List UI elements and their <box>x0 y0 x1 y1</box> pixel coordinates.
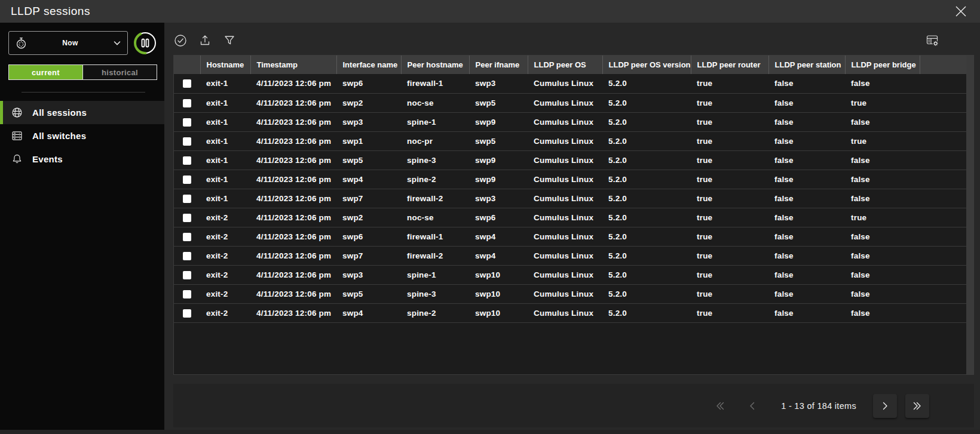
pause-refresh-button[interactable] <box>133 31 157 55</box>
cell-interface-name: swp3 <box>336 265 401 284</box>
column-header-lldp-peer-router[interactable]: LLDP peer router <box>691 56 768 74</box>
cell-lldp-peer-bridge: false <box>845 303 920 322</box>
cell-hostname: exit-2 <box>200 208 250 227</box>
column-header-hostname[interactable]: Hostname <box>200 56 250 74</box>
column-header-interface-name[interactable]: Interface name <box>336 56 401 74</box>
select-column-header <box>174 56 200 74</box>
toggle-option-current[interactable]: current <box>9 65 82 79</box>
row-checkbox[interactable] <box>183 309 191 318</box>
row-checkbox[interactable] <box>183 214 191 222</box>
cell-lldp-peer-os: Cumulus Linux <box>528 150 602 170</box>
sidebar-item-events[interactable]: Events <box>0 147 164 171</box>
next-page-button[interactable] <box>873 394 897 418</box>
cell-lldp-peer-os-version: 5.2.0 <box>602 189 691 208</box>
cell-peer-ifname: swp10 <box>469 265 528 284</box>
cell-lldp-peer-os-version: 5.2.0 <box>602 150 691 170</box>
column-header-lldp-peer-os[interactable]: LLDP peer OS <box>528 56 602 74</box>
row-checkbox[interactable] <box>183 290 191 298</box>
row-checkbox[interactable] <box>183 118 191 127</box>
cell-peer-hostname: spine-3 <box>401 150 469 170</box>
cell-peer-hostname: spine-3 <box>401 284 469 303</box>
window-titlebar: LLDP sessions <box>0 0 980 23</box>
table-row: exit-24/11/2023 12:06 pmswp2noc-seswp6Cu… <box>174 208 966 227</box>
row-checkbox[interactable] <box>183 252 191 260</box>
next-page-icon <box>878 399 892 413</box>
cell-interface-name: swp7 <box>336 246 401 265</box>
cell-lldp-peer-os-version: 5.2.0 <box>602 131 691 150</box>
sidebar-item-all-switches[interactable]: All switches <box>0 124 164 147</box>
cell-interface-name: swp2 <box>336 208 401 227</box>
cell-lldp-peer-os-version: 5.2.0 <box>602 227 691 246</box>
row-checkbox[interactable] <box>183 79 191 88</box>
close-button[interactable] <box>953 3 969 20</box>
cell-lldp-peer-os-version: 5.2.0 <box>602 93 691 112</box>
filler-cell <box>920 265 966 284</box>
table-row: exit-24/11/2023 12:06 pmswp6firewall-1sw… <box>174 227 966 246</box>
time-range-dropdown[interactable]: Now <box>8 31 128 55</box>
table-row: exit-14/11/2023 12:06 pmswp1noc-prswp5Cu… <box>174 131 966 150</box>
row-checkbox[interactable] <box>183 271 191 279</box>
cell-hostname: exit-1 <box>200 112 250 131</box>
cell-hostname: exit-1 <box>200 189 250 208</box>
cell-lldp-peer-bridge: false <box>845 189 920 208</box>
table-toolbar <box>173 23 974 55</box>
cell-lldp-peer-bridge: true <box>845 93 920 112</box>
cell-lldp-peer-router: true <box>691 303 768 322</box>
cell-lldp-peer-os: Cumulus Linux <box>528 189 602 208</box>
vertical-scrollbar[interactable] <box>966 56 973 374</box>
column-header-lldp-peer-os-version[interactable]: LLDP peer OS version <box>602 56 691 74</box>
filter-button[interactable] <box>222 33 237 48</box>
cell-peer-ifname: swp9 <box>469 112 528 131</box>
row-checkbox-cell <box>174 150 200 170</box>
row-checkbox-cell <box>174 265 200 284</box>
export-button[interactable] <box>198 33 212 48</box>
previous-page-button[interactable] <box>740 394 764 418</box>
filler-cell <box>920 246 966 265</box>
cell-hostname: exit-2 <box>200 265 250 284</box>
column-header-peer-ifname[interactable]: Peer ifname <box>469 56 528 74</box>
sidebar-controls: Now curr <box>0 23 164 93</box>
pagination-bar: 1 - 13 of 184 items <box>173 384 974 427</box>
cell-hostname: exit-1 <box>200 93 250 112</box>
cell-peer-ifname: swp5 <box>469 131 528 150</box>
cell-lldp-peer-os: Cumulus Linux <box>528 170 602 189</box>
column-header-timestamp[interactable]: Timestamp <box>250 56 336 74</box>
cell-lldp-peer-bridge: false <box>845 227 920 246</box>
row-checkbox[interactable] <box>183 233 191 241</box>
column-header-lldp-peer-station[interactable]: LLDP peer station <box>768 56 845 74</box>
table-settings-button[interactable] <box>925 33 939 48</box>
row-checkbox[interactable] <box>183 137 191 146</box>
sidebar: Now curr <box>0 23 164 430</box>
table-row: exit-24/11/2023 12:06 pmswp4spine-2swp10… <box>174 303 966 322</box>
select-all-button[interactable] <box>173 33 188 48</box>
cell-lldp-peer-station: false <box>768 93 845 112</box>
first-page-icon <box>713 399 727 413</box>
lldp-sessions-table: HostnameTimestampInterface namePeer host… <box>173 55 974 375</box>
cell-lldp-peer-os-version: 5.2.0 <box>602 246 691 265</box>
page-title: LLDP sessions <box>11 5 90 18</box>
cell-interface-name: swp6 <box>336 74 401 93</box>
row-checkbox[interactable] <box>183 195 191 203</box>
last-page-button[interactable] <box>905 394 929 418</box>
filler-cell <box>920 112 966 131</box>
pagination-range-label: 1 - 13 of 184 items <box>781 401 856 411</box>
toggle-option-historical[interactable]: historical <box>82 65 157 79</box>
cell-lldp-peer-os: Cumulus Linux <box>528 93 602 112</box>
cell-peer-ifname: swp10 <box>469 303 528 322</box>
row-checkbox[interactable] <box>183 176 191 184</box>
row-checkbox-cell <box>174 227 200 246</box>
table-row: exit-14/11/2023 12:06 pmswp2noc-seswp5Cu… <box>174 93 966 112</box>
cell-peer-hostname: spine-1 <box>401 112 469 131</box>
cell-lldp-peer-router: true <box>691 265 768 284</box>
first-page-button[interactable] <box>708 394 732 418</box>
cell-lldp-peer-router: true <box>691 189 768 208</box>
cell-lldp-peer-os: Cumulus Linux <box>528 112 602 131</box>
column-header-peer-hostname[interactable]: Peer hostname <box>401 56 469 74</box>
column-header-lldp-peer-bridge[interactable]: LLDP peer bridge <box>845 56 920 74</box>
row-checkbox[interactable] <box>183 99 191 107</box>
cell-peer-hostname: firewall-1 <box>401 74 469 93</box>
sidebar-item-all-sessions[interactable]: All sessions <box>0 101 164 124</box>
row-checkbox[interactable] <box>183 156 191 165</box>
cell-hostname: exit-2 <box>200 303 250 322</box>
table-row: exit-24/11/2023 12:06 pmswp5spine-3swp10… <box>174 284 966 303</box>
